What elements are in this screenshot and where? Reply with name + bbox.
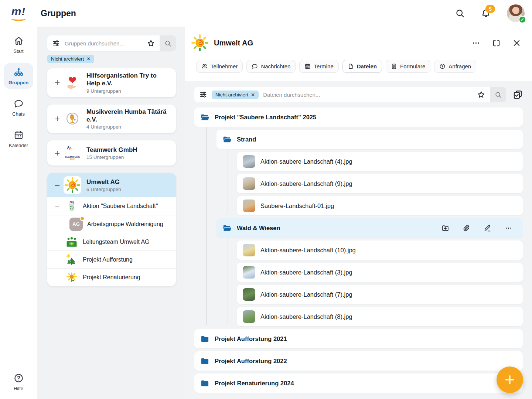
- subgroup-label: Leitungsteam Umwelt AG: [83, 239, 150, 245]
- folder-row[interactable]: Projekt Aufforstung 2021: [194, 329, 523, 348]
- avatar-initials: AG: [72, 221, 80, 227]
- subgroup-aktion-saubere-landschaft[interactable]: − Aktion "Saubere Landschaft": [47, 197, 176, 215]
- sidebar-item-hilfe[interactable]: Hilfe: [4, 369, 33, 395]
- file-row[interactable]: Aktion-saubere-Landschaft (7).jpg: [237, 285, 523, 304]
- more-options-icon[interactable]: [505, 224, 512, 232]
- avatar[interactable]: ✓: [507, 4, 525, 22]
- folder-row[interactable]: Projekt "Saubere Landschaft" 2025: [194, 108, 523, 127]
- collapse-icon[interactable]: −: [52, 181, 63, 190]
- file-name: Aktion-saubere-Landschaft (9).jpg: [260, 180, 352, 187]
- file-row[interactable]: Aktion-saubere-Landschaft (9).jpg: [237, 174, 523, 193]
- subgroup-leitungsteam[interactable]: Leitungsteam Umwelt AG: [47, 233, 176, 250]
- tab-termine[interactable]: Termine: [299, 60, 338, 73]
- file-thumbnail: [243, 266, 255, 279]
- expand-icon[interactable]: +: [52, 114, 63, 123]
- subgroup-avatar-ag: AG: [69, 218, 83, 231]
- sidebar-item-start[interactable]: Start: [4, 32, 33, 57]
- nav-label: Start: [13, 48, 23, 54]
- group-search-button[interactable]: [160, 35, 176, 51]
- close-icon[interactable]: [512, 39, 521, 47]
- tab-label: Nachrichten: [261, 63, 290, 69]
- chip-close-icon[interactable]: ✕: [251, 92, 255, 98]
- file-row[interactable]: Saubere-Landschaft-01.jpg: [237, 196, 523, 215]
- app-logo[interactable]: m!: [11, 6, 26, 21]
- group-card-hilfsorganisation[interactable]: + Hilfsorganisation Try to Help e.V. 9 U…: [47, 68, 176, 97]
- collapse-icon[interactable]: −: [52, 202, 63, 210]
- multiselect-icon[interactable]: [513, 90, 523, 100]
- group-search-input[interactable]: Gruppen durchsuchen...: [47, 35, 176, 51]
- folder-name: Projekt Aufforstung 2021: [215, 335, 287, 342]
- groups-icon: [14, 67, 24, 77]
- favorite-star-icon[interactable]: [477, 91, 485, 99]
- add-folder-icon[interactable]: [441, 224, 449, 232]
- folder-icon: [200, 357, 209, 366]
- filter-chip-label: Nicht archiviert: [51, 56, 84, 62]
- notification-badge: 5: [485, 5, 495, 13]
- group-card-umwelt-selected[interactable]: − Umwelt AG 6 Untergruppen: [47, 173, 176, 197]
- main-panel: Umwelt AG Teilnehmer Nachrichten Termine: [185, 27, 532, 399]
- subgroup-arbeitsgruppe-waldreinigung[interactable]: AG Arbeitsgruppe Waldreinigung: [47, 215, 176, 233]
- folder-row[interactable]: Strand: [216, 130, 523, 149]
- filter-sliders-icon[interactable]: [199, 91, 207, 99]
- tab-anfragen[interactable]: Anfragen: [434, 60, 476, 73]
- file-row[interactable]: Aktion-saubere-Landschaft (4).jpg: [237, 152, 523, 171]
- expand-icon[interactable]: +: [52, 149, 63, 158]
- filter-chip-label: Nicht archiviert: [215, 92, 248, 98]
- tab-label: Termine: [314, 63, 333, 69]
- teamwerk-caption: TEAMWERK: [65, 156, 80, 158]
- tab-teilnehmer[interactable]: Teilnehmer: [196, 60, 243, 73]
- files-content: Nicht archiviert ✕ Dateien durchsuchen..…: [185, 81, 532, 399]
- fullscreen-icon[interactable]: [492, 39, 501, 47]
- group-logo-teamwerk: TEAMWERK GmbH: [64, 144, 81, 162]
- tab-formulare[interactable]: Formulare: [386, 60, 430, 73]
- nav-label: Chats: [12, 111, 25, 117]
- tab-nachrichten[interactable]: Nachrichten: [246, 60, 296, 73]
- folder-row[interactable]: Projekt Aufforstung 2022: [194, 351, 523, 371]
- add-button[interactable]: [497, 366, 523, 393]
- filter-chip[interactable]: Nicht archiviert ✕: [212, 91, 259, 99]
- subgroup-label: Arbeitsgruppe Waldreinigung: [87, 221, 163, 228]
- chip-close-icon[interactable]: ✕: [86, 56, 91, 62]
- avatar-status-icon: ✓: [519, 16, 526, 23]
- file-search-button[interactable]: [490, 87, 506, 102]
- subgroup-projekt-aufforstung[interactable]: Projekt Aufforstung: [47, 250, 176, 268]
- attach-icon[interactable]: [463, 224, 470, 232]
- file-name: Aktion-saubere-Landschaft (10).jpg: [260, 247, 356, 254]
- expand-icon[interactable]: +: [52, 78, 63, 87]
- home-icon: [14, 36, 24, 46]
- tab-label: Anfragen: [449, 63, 471, 69]
- group-title: Umwelt AG: [86, 178, 121, 186]
- file-name: Aktion-saubere-Landschaft (8).jpg: [260, 313, 352, 320]
- group-card-teamwerk[interactable]: + TEAMWERK GmbH Teamwerk GmbH 15 Untergr…: [47, 140, 176, 166]
- group-block-umwelt: − Umwelt AG 6 Untergruppen − Aktion "Sau…: [47, 173, 176, 286]
- subgroup-projekt-renaturierung[interactable]: Projekt Renaturierung: [47, 268, 176, 286]
- nav-label: Kalender: [9, 143, 28, 148]
- edit-icon[interactable]: [484, 224, 491, 232]
- folder-row-hover[interactable]: Wald & Wiesen: [216, 218, 523, 238]
- sidebar-item-gruppen[interactable]: Gruppen: [4, 63, 33, 89]
- more-options-icon[interactable]: [472, 39, 480, 47]
- file-name: Aktion-saubere-Landschaft (7).jpg: [260, 291, 352, 298]
- file-icon: [348, 63, 354, 69]
- file-row[interactable]: Aktion-saubere-Landschaft (8).jpg: [237, 307, 523, 326]
- sidebar-item-kalender[interactable]: Kalender: [4, 126, 33, 151]
- teamwerk-caption2: GmbH: [70, 158, 75, 160]
- tab-label: Teilnehmer: [211, 63, 238, 69]
- tab-dateien[interactable]: Dateien: [342, 60, 382, 73]
- app-logo-text: m!: [11, 6, 26, 17]
- favorite-star-icon[interactable]: [147, 39, 155, 48]
- file-row[interactable]: Aktion-saubere-Landschaft (3).jpg: [237, 263, 523, 282]
- notifications-button[interactable]: 5: [481, 8, 491, 18]
- filter-sliders-icon[interactable]: [52, 39, 60, 47]
- file-thumbnail: [243, 244, 255, 256]
- file-row[interactable]: Aktion-saubere-Landschaft (10).jpg: [237, 241, 523, 260]
- file-search-input[interactable]: Nicht archiviert ✕ Dateien durchsuchen..…: [194, 87, 506, 102]
- filter-chip[interactable]: Nicht archiviert ✕: [47, 55, 94, 63]
- search-icon[interactable]: [455, 8, 465, 18]
- group-card-musikverein[interactable]: + Musikverein Humba Tätärä e.V. 4 Unterg…: [47, 105, 176, 133]
- file-thumbnail: [243, 200, 255, 212]
- topbar: m! Gruppen 5 ✓: [0, 0, 532, 27]
- sidebar-item-chats[interactable]: Chats: [4, 95, 33, 120]
- calendar-icon: [304, 63, 311, 69]
- folder-row[interactable]: Projekt Renaturierung 2024: [194, 374, 523, 393]
